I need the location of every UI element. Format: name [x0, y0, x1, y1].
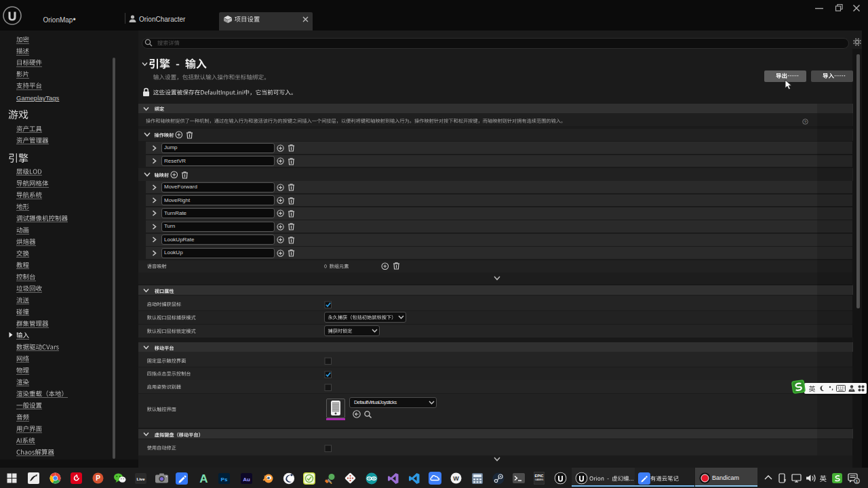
svg-text:EPIC: EPIC: [535, 474, 544, 478]
svg-text:W: W: [453, 475, 459, 482]
svg-text:A: A: [199, 472, 208, 484]
svg-text:GAMES: GAMES: [535, 479, 544, 481]
svg-text:?: ?: [804, 120, 806, 124]
svg-text:Live: Live: [136, 476, 145, 481]
svg-text:P: P: [96, 474, 100, 482]
svg-text:Au: Au: [243, 476, 250, 482]
svg-text:Ps: Ps: [221, 476, 228, 482]
